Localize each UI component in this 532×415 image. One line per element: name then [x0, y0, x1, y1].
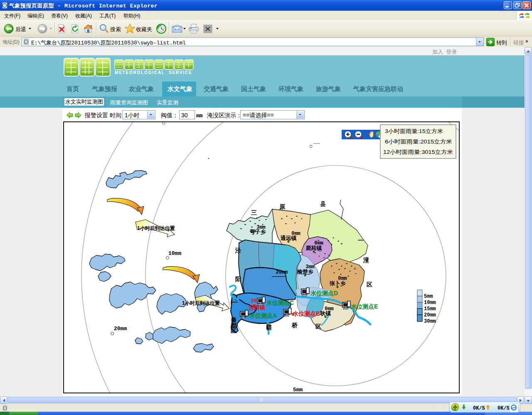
svg-text:0mm: 0mm: [325, 306, 334, 312]
svg-text:0mm: 0mm: [314, 240, 323, 246]
svg-text:METEOROLOGICAL SERVICE: METEOROLOGICAL SERVICE: [115, 70, 192, 75]
svg-text:区: 区: [367, 281, 372, 288]
svg-text:30: 30: [251, 298, 256, 304]
svg-text:30mm: 30mm: [424, 319, 436, 324]
svg-text:一: 一: [358, 237, 364, 244]
svg-text:6小时面雨量:2015立方米: 6小时面雨量:2015立方米: [385, 138, 452, 145]
svg-text:0mm: 0mm: [338, 276, 347, 282]
svg-text:1小时后到达位置: 1小时后到达位置: [182, 300, 220, 306]
svg-text:0mm: 0mm: [291, 231, 300, 237]
svg-text:区: 区: [231, 327, 236, 334]
svg-text:泾渭镇: 泾渭镇: [249, 304, 265, 311]
svg-text:20mm: 20mm: [114, 326, 127, 332]
svg-text:潼: 潼: [363, 257, 369, 263]
svg-text:水位测点B: 水位测点B: [292, 310, 320, 317]
svg-text:区: 区: [315, 323, 321, 330]
svg-text:20mm: 20mm: [424, 312, 436, 318]
svg-text:3mm: 3mm: [305, 264, 315, 270]
svg-text:3小时面雨量:15立方米: 3小时面雨量:15立方米: [385, 128, 443, 134]
svg-text:一: 一: [232, 299, 238, 306]
svg-text:水位测点E: 水位测点E: [350, 303, 378, 310]
svg-text:县: 县: [320, 200, 326, 207]
svg-text:10mm: 10mm: [424, 300, 436, 306]
svg-text:水位测点A: 水位测点A: [249, 312, 277, 319]
svg-text:泾: 泾: [235, 247, 241, 254]
svg-text:5mm: 5mm: [424, 294, 433, 299]
svg-text:10mm: 10mm: [168, 250, 181, 257]
svg-text:霸: 霸: [266, 324, 272, 331]
svg-text:三: 三: [251, 209, 257, 216]
svg-text:桥: 桥: [291, 322, 298, 329]
svg-text:1小时后到达位置: 1小时后到达位置: [137, 225, 175, 231]
svg-text:20mm: 20mm: [276, 269, 288, 275]
svg-text:原: 原: [279, 203, 286, 210]
svg-text:水位测点C: 水位测点C: [266, 299, 294, 306]
svg-text:3mm: 3mm: [256, 225, 266, 230]
svg-text:水位测点D: 水位测点D: [310, 290, 338, 296]
svg-text:12小时面雨量:3015立方米: 12小时面雨量:3015立方米: [383, 149, 453, 155]
svg-text:15mm: 15mm: [424, 306, 436, 312]
svg-text:5mm: 5mm: [293, 387, 303, 393]
svg-text:阳: 阳: [235, 276, 241, 282]
